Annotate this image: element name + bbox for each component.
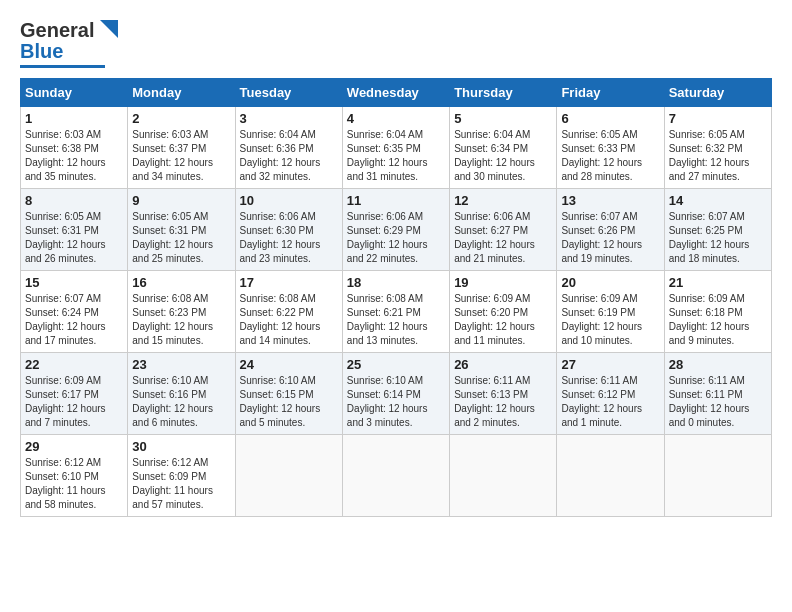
calendar-header-row: SundayMondayTuesdayWednesdayThursdayFrid…	[21, 79, 772, 107]
day-info: Sunrise: 6:07 AM Sunset: 6:25 PM Dayligh…	[669, 210, 767, 266]
day-info: Sunrise: 6:08 AM Sunset: 6:21 PM Dayligh…	[347, 292, 445, 348]
calendar-cell: 1Sunrise: 6:03 AM Sunset: 6:38 PM Daylig…	[21, 107, 128, 189]
day-number: 17	[240, 275, 338, 290]
day-info: Sunrise: 6:09 AM Sunset: 6:20 PM Dayligh…	[454, 292, 552, 348]
day-number: 18	[347, 275, 445, 290]
calendar-cell: 3Sunrise: 6:04 AM Sunset: 6:36 PM Daylig…	[235, 107, 342, 189]
day-number: 14	[669, 193, 767, 208]
calendar-cell: 13Sunrise: 6:07 AM Sunset: 6:26 PM Dayli…	[557, 189, 664, 271]
day-number: 3	[240, 111, 338, 126]
day-number: 15	[25, 275, 123, 290]
day-number: 6	[561, 111, 659, 126]
day-number: 24	[240, 357, 338, 372]
calendar-cell: 28Sunrise: 6:11 AM Sunset: 6:11 PM Dayli…	[664, 353, 771, 435]
calendar-cell: 16Sunrise: 6:08 AM Sunset: 6:23 PM Dayli…	[128, 271, 235, 353]
day-info: Sunrise: 6:10 AM Sunset: 6:15 PM Dayligh…	[240, 374, 338, 430]
day-info: Sunrise: 6:09 AM Sunset: 6:17 PM Dayligh…	[25, 374, 123, 430]
day-info: Sunrise: 6:10 AM Sunset: 6:14 PM Dayligh…	[347, 374, 445, 430]
calendar-week-row: 1Sunrise: 6:03 AM Sunset: 6:38 PM Daylig…	[21, 107, 772, 189]
calendar-cell: 8Sunrise: 6:05 AM Sunset: 6:31 PM Daylig…	[21, 189, 128, 271]
calendar-cell: 2Sunrise: 6:03 AM Sunset: 6:37 PM Daylig…	[128, 107, 235, 189]
calendar-cell: 24Sunrise: 6:10 AM Sunset: 6:15 PM Dayli…	[235, 353, 342, 435]
calendar-cell: 30Sunrise: 6:12 AM Sunset: 6:09 PM Dayli…	[128, 435, 235, 517]
day-info: Sunrise: 6:05 AM Sunset: 6:32 PM Dayligh…	[669, 128, 767, 184]
day-number: 12	[454, 193, 552, 208]
calendar-cell: 14Sunrise: 6:07 AM Sunset: 6:25 PM Dayli…	[664, 189, 771, 271]
calendar-header-friday: Friday	[557, 79, 664, 107]
calendar-cell	[342, 435, 449, 517]
calendar-cell	[450, 435, 557, 517]
page-header: General Blue	[20, 20, 772, 68]
calendar-cell: 6Sunrise: 6:05 AM Sunset: 6:33 PM Daylig…	[557, 107, 664, 189]
day-number: 9	[132, 193, 230, 208]
day-info: Sunrise: 6:04 AM Sunset: 6:36 PM Dayligh…	[240, 128, 338, 184]
day-info: Sunrise: 6:08 AM Sunset: 6:22 PM Dayligh…	[240, 292, 338, 348]
calendar-cell	[557, 435, 664, 517]
day-number: 1	[25, 111, 123, 126]
logo-underline	[20, 65, 105, 68]
logo-blue: Blue	[20, 41, 63, 62]
day-number: 21	[669, 275, 767, 290]
day-number: 23	[132, 357, 230, 372]
svg-marker-0	[100, 20, 118, 38]
logo-arrow-icon	[100, 20, 118, 38]
calendar-cell: 27Sunrise: 6:11 AM Sunset: 6:12 PM Dayli…	[557, 353, 664, 435]
day-info: Sunrise: 6:03 AM Sunset: 6:37 PM Dayligh…	[132, 128, 230, 184]
calendar-cell: 5Sunrise: 6:04 AM Sunset: 6:34 PM Daylig…	[450, 107, 557, 189]
day-info: Sunrise: 6:06 AM Sunset: 6:27 PM Dayligh…	[454, 210, 552, 266]
day-number: 29	[25, 439, 123, 454]
calendar-cell	[664, 435, 771, 517]
calendar-cell: 7Sunrise: 6:05 AM Sunset: 6:32 PM Daylig…	[664, 107, 771, 189]
calendar-week-row: 15Sunrise: 6:07 AM Sunset: 6:24 PM Dayli…	[21, 271, 772, 353]
day-number: 27	[561, 357, 659, 372]
day-info: Sunrise: 6:05 AM Sunset: 6:31 PM Dayligh…	[25, 210, 123, 266]
calendar-cell	[235, 435, 342, 517]
day-info: Sunrise: 6:04 AM Sunset: 6:34 PM Dayligh…	[454, 128, 552, 184]
calendar-cell: 26Sunrise: 6:11 AM Sunset: 6:13 PM Dayli…	[450, 353, 557, 435]
day-info: Sunrise: 6:08 AM Sunset: 6:23 PM Dayligh…	[132, 292, 230, 348]
day-number: 10	[240, 193, 338, 208]
day-number: 16	[132, 275, 230, 290]
logo: General Blue	[20, 20, 118, 68]
day-number: 22	[25, 357, 123, 372]
calendar-cell: 10Sunrise: 6:06 AM Sunset: 6:30 PM Dayli…	[235, 189, 342, 271]
calendar-cell: 15Sunrise: 6:07 AM Sunset: 6:24 PM Dayli…	[21, 271, 128, 353]
day-info: Sunrise: 6:07 AM Sunset: 6:26 PM Dayligh…	[561, 210, 659, 266]
calendar-week-row: 8Sunrise: 6:05 AM Sunset: 6:31 PM Daylig…	[21, 189, 772, 271]
calendar-header-monday: Monday	[128, 79, 235, 107]
calendar-header-sunday: Sunday	[21, 79, 128, 107]
calendar-cell: 12Sunrise: 6:06 AM Sunset: 6:27 PM Dayli…	[450, 189, 557, 271]
calendar-cell: 18Sunrise: 6:08 AM Sunset: 6:21 PM Dayli…	[342, 271, 449, 353]
day-number: 13	[561, 193, 659, 208]
day-number: 8	[25, 193, 123, 208]
day-info: Sunrise: 6:07 AM Sunset: 6:24 PM Dayligh…	[25, 292, 123, 348]
logo-text: General	[20, 20, 118, 41]
day-info: Sunrise: 6:12 AM Sunset: 6:10 PM Dayligh…	[25, 456, 123, 512]
day-info: Sunrise: 6:09 AM Sunset: 6:19 PM Dayligh…	[561, 292, 659, 348]
day-number: 2	[132, 111, 230, 126]
calendar-cell: 9Sunrise: 6:05 AM Sunset: 6:31 PM Daylig…	[128, 189, 235, 271]
calendar-header-saturday: Saturday	[664, 79, 771, 107]
day-number: 5	[454, 111, 552, 126]
day-number: 7	[669, 111, 767, 126]
day-number: 26	[454, 357, 552, 372]
day-number: 19	[454, 275, 552, 290]
day-info: Sunrise: 6:09 AM Sunset: 6:18 PM Dayligh…	[669, 292, 767, 348]
day-info: Sunrise: 6:06 AM Sunset: 6:29 PM Dayligh…	[347, 210, 445, 266]
day-info: Sunrise: 6:03 AM Sunset: 6:38 PM Dayligh…	[25, 128, 123, 184]
day-number: 4	[347, 111, 445, 126]
calendar-cell: 29Sunrise: 6:12 AM Sunset: 6:10 PM Dayli…	[21, 435, 128, 517]
calendar-cell: 23Sunrise: 6:10 AM Sunset: 6:16 PM Dayli…	[128, 353, 235, 435]
day-number: 20	[561, 275, 659, 290]
calendar-week-row: 22Sunrise: 6:09 AM Sunset: 6:17 PM Dayli…	[21, 353, 772, 435]
calendar-table: SundayMondayTuesdayWednesdayThursdayFrid…	[20, 78, 772, 517]
day-info: Sunrise: 6:12 AM Sunset: 6:09 PM Dayligh…	[132, 456, 230, 512]
day-number: 28	[669, 357, 767, 372]
day-info: Sunrise: 6:11 AM Sunset: 6:12 PM Dayligh…	[561, 374, 659, 430]
day-info: Sunrise: 6:06 AM Sunset: 6:30 PM Dayligh…	[240, 210, 338, 266]
calendar-week-row: 29Sunrise: 6:12 AM Sunset: 6:10 PM Dayli…	[21, 435, 772, 517]
day-info: Sunrise: 6:05 AM Sunset: 6:31 PM Dayligh…	[132, 210, 230, 266]
calendar-cell: 25Sunrise: 6:10 AM Sunset: 6:14 PM Dayli…	[342, 353, 449, 435]
calendar-cell: 21Sunrise: 6:09 AM Sunset: 6:18 PM Dayli…	[664, 271, 771, 353]
day-info: Sunrise: 6:11 AM Sunset: 6:11 PM Dayligh…	[669, 374, 767, 430]
